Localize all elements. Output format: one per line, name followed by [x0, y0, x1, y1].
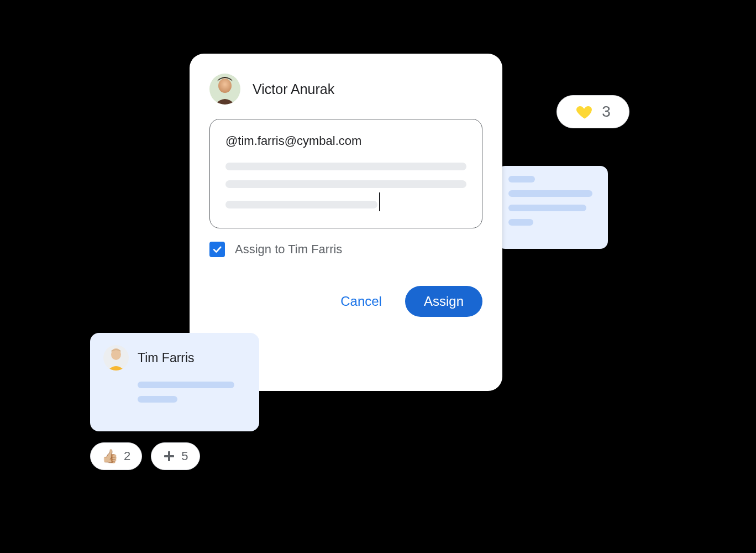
author-avatar — [209, 74, 240, 105]
reply-author-name: Tim Farris — [138, 351, 195, 366]
bottom-reactions-row: 👍🏼 2 5 — [90, 442, 200, 470]
reaction-plus-pill[interactable]: 5 — [151, 442, 200, 470]
reply-author-avatar — [103, 345, 129, 371]
reaction-thumbsup-pill[interactable]: 👍🏼 2 — [90, 442, 142, 470]
reaction-thumbsup-count: 2 — [124, 449, 130, 463]
text-cursor — [379, 192, 380, 211]
plus-icon — [162, 450, 176, 463]
reply-card: Tim Farris — [90, 333, 259, 431]
thumbsup-icon: 👍🏼 — [102, 450, 118, 463]
placeholder-line — [225, 180, 466, 188]
action-buttons: Cancel Assign — [209, 286, 482, 317]
svg-point-4 — [112, 348, 120, 355]
placeholder-line — [138, 396, 177, 403]
placeholder-line — [225, 201, 377, 208]
placeholder-line — [138, 382, 234, 388]
reaction-heart-count: 3 — [602, 103, 611, 121]
mention-text: @tim.farris@cymbal.com — [225, 134, 466, 148]
reaction-heart-pill[interactable]: 3 — [556, 95, 629, 128]
assign-button[interactable]: Assign — [405, 286, 482, 317]
reply-header: Tim Farris — [103, 345, 246, 371]
svg-point-1 — [218, 79, 232, 93]
comment-text-input[interactable]: @tim.farris@cymbal.com — [209, 119, 482, 228]
author-name: Victor Anurak — [253, 81, 334, 97]
cancel-button[interactable]: Cancel — [334, 288, 389, 315]
assign-checkbox-row: Assign to Tim Farris — [209, 242, 482, 257]
svg-rect-6 — [164, 455, 174, 457]
assign-checkbox[interactable] — [209, 242, 225, 257]
placeholder-line — [225, 163, 466, 170]
comment-header: Victor Anurak — [209, 74, 482, 105]
background-snippet — [497, 166, 608, 249]
assign-checkbox-label: Assign to Tim Farris — [235, 242, 342, 257]
heart-icon — [575, 102, 594, 121]
reaction-plus-count: 5 — [181, 449, 188, 463]
